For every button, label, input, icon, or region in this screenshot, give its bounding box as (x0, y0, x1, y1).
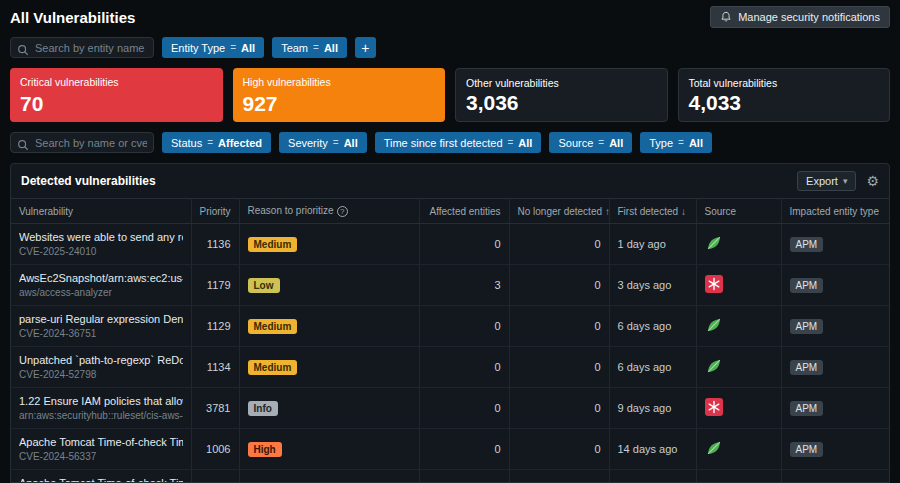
help-icon[interactable]: ? (337, 206, 348, 217)
first-detected-value: 6 days ago (609, 347, 696, 388)
reason-badge: Info (248, 401, 278, 416)
vulnerability-name[interactable]: Websites were able to send any requests … (19, 231, 183, 243)
no-longer-detected-value: 0 (509, 429, 609, 470)
vulnerability-name[interactable]: 1.22 Ensure IAM policies that allow full… (19, 395, 183, 407)
equals-sign: = (598, 137, 604, 148)
vulnerability-id: arn:aws:securityhub::ruleset/cis-aws-fou… (19, 410, 183, 421)
critical-vulnerabilities-card[interactable]: Critical vulnerabilities 70 (10, 68, 223, 122)
filter-label: Time since first detected (384, 137, 503, 149)
affected-entities-value: 0 (419, 429, 509, 470)
priority-value: 1136 (191, 224, 239, 265)
vulnerability-name[interactable]: parse-uri Regular expression Denial of S… (19, 313, 183, 325)
column-header-affected-entities[interactable]: Affected entities (419, 199, 509, 224)
vuln-table-body: Websites were able to send any requests … (11, 224, 890, 483)
source-cell (696, 347, 781, 388)
detected-vulnerabilities-panel: Detected vulnerabilities Export ▾ ⚙ Vuln… (10, 163, 890, 483)
filter-pill-team[interactable]: Team = All (272, 37, 347, 58)
entity-type-badge: APM (790, 319, 824, 334)
vulnerability-name[interactable]: Apache Tomcat Time-of-check Time-of-use … (19, 477, 183, 483)
table-row[interactable]: Unpatched `path-to-regexp` ReDoS in 0.1.… (11, 347, 890, 388)
table-row[interactable]: 1.22 Ensure IAM policies that allow full… (11, 388, 890, 429)
vulnerability-id: CVE-2024-36751 (19, 328, 183, 339)
affected-entities-value: 0 (419, 470, 509, 483)
filter-pill-status[interactable]: Status = Affected (162, 132, 271, 153)
vulnerability-search-input[interactable] (10, 132, 154, 153)
card-value: 70 (20, 93, 213, 114)
filter-pill-entity-type[interactable]: Entity Type = All (162, 37, 264, 58)
table-header-row: Vulnerability Priority Reason to priorit… (11, 199, 890, 224)
filter-value: All (689, 137, 703, 149)
reason-badge: Medium (248, 319, 298, 334)
column-header-source[interactable]: Source (696, 199, 781, 224)
equals-sign: = (508, 137, 514, 148)
first-detected-value: 14 days ago (609, 429, 696, 470)
affected-entities-value: 3 (419, 265, 509, 306)
vulnerability-name[interactable]: Unpatched `path-to-regexp` ReDoS in 0.1.… (19, 354, 183, 366)
filter-pill-severity[interactable]: Severity = All (279, 132, 367, 153)
filter-pill-time-since-first-detected[interactable]: Time since first detected = All (375, 132, 542, 153)
first-detected-value: 9 days ago (609, 388, 696, 429)
page-title: All Vulnerabilities (10, 9, 135, 26)
priority-value: 1134 (191, 347, 239, 388)
no-longer-detected-value: 0 (509, 306, 609, 347)
no-longer-detected-value: 0 (509, 265, 609, 306)
filter-label: Source (558, 137, 593, 149)
card-label: Total vulnerabilities (689, 77, 880, 89)
source-cell (696, 388, 781, 429)
manage-notifications-button[interactable]: Manage security notifications (710, 6, 890, 28)
vulnerability-search (10, 132, 154, 153)
equals-sign: = (230, 42, 236, 53)
total-vulnerabilities-card[interactable]: Total vulnerabilities 4,033 (678, 68, 891, 122)
vulnerability-id: aws/access-analyzer (19, 287, 183, 298)
card-value: 3,036 (466, 92, 657, 113)
reason-badge: Medium (248, 360, 298, 375)
column-header-vulnerability[interactable]: Vulnerability (11, 199, 191, 224)
vulnerability-id: CVE-2024-56337 (19, 451, 183, 462)
vulnerability-name[interactable]: AwsEc2Snapshot/arn:aws:ec2:us-east-2::sn… (19, 272, 183, 284)
search-icon (17, 42, 29, 60)
leaf-source-icon (705, 439, 723, 457)
table-row[interactable]: Apache Tomcat Time-of-check Time-of-use … (11, 429, 890, 470)
column-header-priority[interactable]: Priority (191, 199, 239, 224)
column-header-reason[interactable]: Reason to prioritize? (239, 199, 419, 224)
affected-entities-value: 0 (419, 306, 509, 347)
entity-filter-bar: Entity Type = All Team = All + (0, 33, 900, 62)
leaf-source-icon (705, 234, 723, 252)
vulnerability-name[interactable]: Apache Tomcat Time-of-check Time-of-use … (19, 436, 183, 448)
card-value: 4,033 (689, 92, 880, 113)
equals-sign: = (313, 42, 319, 53)
filter-value: All (324, 42, 338, 54)
card-label: Other vulnerabilities (466, 77, 657, 89)
export-button[interactable]: Export ▾ (797, 171, 856, 191)
add-filter-button[interactable]: + (355, 37, 376, 58)
equals-sign: = (333, 137, 339, 148)
column-header-impacted-entity-type[interactable]: Impacted entity type (781, 199, 890, 224)
entity-type-badge: APM (790, 278, 824, 293)
entity-type-badge: APM (790, 442, 824, 457)
sort-asc-icon: ↑ (605, 206, 609, 217)
priority-value: 3781 (191, 388, 239, 429)
entity-search-input[interactable] (10, 37, 154, 58)
filter-pill-source[interactable]: Source = All (549, 132, 632, 153)
other-vulnerabilities-card[interactable]: Other vulnerabilities 3,036 (455, 68, 668, 122)
table-row[interactable]: AwsEc2Snapshot/arn:aws:ec2:us-east-2::sn… (11, 265, 890, 306)
filter-value: All (344, 137, 358, 149)
table-row[interactable]: Websites were able to send any requests … (11, 224, 890, 265)
column-header-first-detected[interactable]: First detected↓ (609, 199, 696, 224)
source-cell (696, 224, 781, 265)
first-detected-value: 1 day ago (609, 224, 696, 265)
column-header-no-longer-detected[interactable]: No longer detected↑ (509, 199, 609, 224)
gear-icon[interactable]: ⚙ (866, 174, 879, 188)
table-title: Detected vulnerabilities (21, 174, 156, 188)
vulnerability-id: CVE-2024-52798 (19, 369, 183, 380)
table-row[interactable]: parse-uri Regular expression Denial of S… (11, 306, 890, 347)
filter-pill-type[interactable]: Type = All (640, 132, 712, 153)
reason-badge: Low (248, 278, 280, 293)
entity-type-badge: APM (790, 237, 824, 252)
high-vulnerabilities-card[interactable]: High vulnerabilities 927 (233, 68, 446, 122)
table-row[interactable]: Apache Tomcat Time-of-check Time-of-use … (11, 470, 890, 483)
export-label: Export (806, 175, 838, 187)
card-value: 927 (243, 93, 436, 114)
filter-label: Status (171, 137, 202, 149)
no-longer-detected-value: 0 (509, 347, 609, 388)
